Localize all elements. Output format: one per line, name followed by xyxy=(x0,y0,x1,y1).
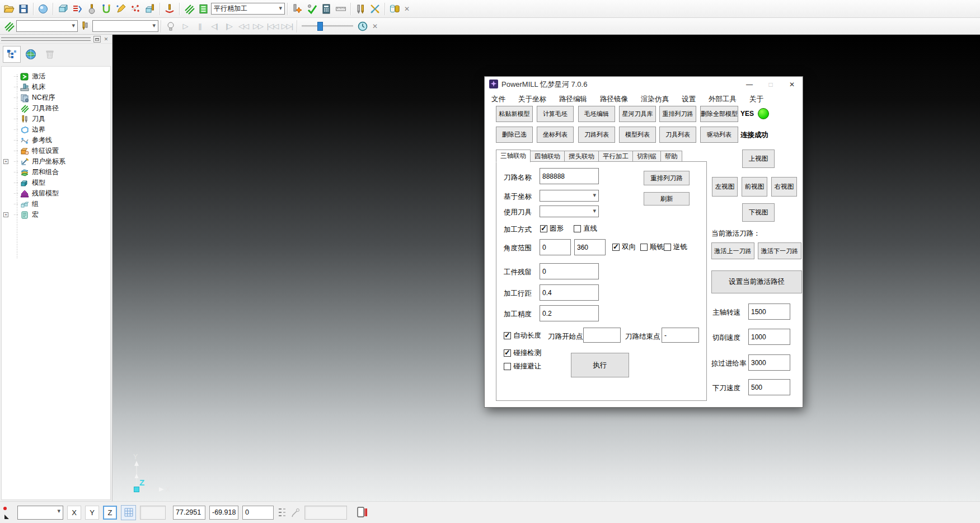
close-button[interactable]: ✕ xyxy=(781,77,803,92)
dialog-titlebar[interactable]: PowerMILL 忆梦星河 7.0.6 — □ ✕ xyxy=(485,77,803,92)
menu-coords[interactable]: 关于坐标 xyxy=(518,95,546,104)
slider-thumb[interactable] xyxy=(317,22,323,31)
step-back-button[interactable]: ◁| xyxy=(207,20,222,33)
lamp-icon[interactable] xyxy=(163,19,178,34)
play-button[interactable]: ▷ xyxy=(178,20,193,33)
tree-item-workplanes[interactable]: +用户坐标系 xyxy=(2,156,110,167)
dir-climb-checkbox[interactable]: 顺铣 xyxy=(640,242,664,252)
toolbar-close-icon[interactable]: ✕ xyxy=(402,3,412,15)
tab-3axis[interactable]: 三轴联动 xyxy=(496,150,531,162)
menu-path-edit[interactable]: 路径编辑 xyxy=(559,95,587,104)
ruler-icon[interactable] xyxy=(334,2,348,16)
rewind-button[interactable]: ◁◁ xyxy=(236,20,251,33)
path-list-button[interactable]: 刀路列表 xyxy=(578,127,615,143)
toolpath-name-input[interactable] xyxy=(540,168,599,184)
tree-item-levels[interactable]: 层和组合 xyxy=(2,167,110,178)
sim-tool-icon[interactable] xyxy=(78,19,92,34)
model-list-button[interactable]: 模型列表 xyxy=(619,127,656,143)
view-left-button[interactable]: 左视图 xyxy=(712,177,738,197)
pattern-icon[interactable] xyxy=(114,2,128,16)
clock-icon[interactable] xyxy=(355,19,370,34)
dir-both-checkbox[interactable]: 双向 xyxy=(612,242,636,252)
delete-all-models-button[interactable]: 删除全部模型 xyxy=(700,106,738,122)
fast-forward-button[interactable]: ▷▷ xyxy=(251,20,265,33)
rearrange-button[interactable]: 重排列刀路 xyxy=(644,171,690,185)
pause-button[interactable]: || xyxy=(193,20,207,33)
tool-pair-icon[interactable] xyxy=(353,2,368,16)
sim-toolbar-close-icon[interactable]: ✕ xyxy=(370,21,380,32)
menu-file[interactable]: 文件 xyxy=(491,95,505,104)
shaded-view-icon[interactable] xyxy=(36,2,50,16)
menu-external-tools[interactable]: 外部工具 xyxy=(709,95,737,104)
strategy-list-icon[interactable] xyxy=(196,2,211,16)
rearrange-paths-button[interactable]: 重排列刀路 xyxy=(659,106,696,122)
panel-grip[interactable] xyxy=(1,37,91,41)
tree-item-feature-sets[interactable]: 特征设置 xyxy=(2,146,110,156)
tree-item-tools[interactable]: 刀具 xyxy=(2,114,110,124)
view-right-button[interactable]: 右视图 xyxy=(771,177,797,197)
save-project-icon[interactable] xyxy=(16,2,31,16)
explorer-tree-tab[interactable] xyxy=(3,46,21,63)
stock-edit-button[interactable]: 毛坯编辑 xyxy=(578,106,615,122)
tree-item-stock-models[interactable]: 残留模型 xyxy=(2,188,110,199)
explorer-web-tab[interactable] xyxy=(22,46,40,63)
toolpath-select-icon[interactable] xyxy=(2,19,16,34)
coord-list-button[interactable]: 坐标列表 xyxy=(537,127,574,143)
transform-icon[interactable] xyxy=(368,2,382,16)
open-project-icon[interactable] xyxy=(2,2,16,16)
menu-about[interactable]: 关于 xyxy=(749,95,763,104)
probe-icon[interactable] xyxy=(290,507,301,517)
sim-speed-slider[interactable] xyxy=(302,21,353,32)
tab-saw[interactable]: 切割锯 xyxy=(633,151,661,162)
activate-next-button[interactable]: 激活下一刀路 xyxy=(758,242,801,259)
execute-button[interactable]: 执行 xyxy=(571,353,629,377)
toolpaths-icon[interactable] xyxy=(182,2,196,16)
tree-item-models[interactable]: 模型 xyxy=(2,178,110,188)
boundary-icon[interactable] xyxy=(99,2,114,16)
mode-circle-checkbox[interactable]: 圆形 xyxy=(540,224,564,234)
maximize-button[interactable]: □ xyxy=(760,77,781,92)
axis-x-button[interactable]: X xyxy=(67,506,81,520)
menu-settings[interactable]: 设置 xyxy=(682,95,696,104)
grid-toggle-icon[interactable] xyxy=(121,505,136,520)
go-end-button[interactable]: ▷▷| xyxy=(280,20,294,33)
ball-tool-icon[interactable] xyxy=(85,2,99,16)
view-front-button[interactable]: 前视图 xyxy=(742,177,767,197)
coordinate-list-icon[interactable] xyxy=(278,507,287,518)
workplane-dropdown[interactable] xyxy=(17,506,63,520)
tree-item-activate[interactable]: 激活 xyxy=(2,71,110,82)
delete-selected-button[interactable]: 删除已选 xyxy=(496,127,533,143)
angle-end-input[interactable] xyxy=(574,239,606,255)
panel-float-icon[interactable] xyxy=(93,36,101,43)
grid-size-field[interactable] xyxy=(140,506,166,520)
menu-path-mirror[interactable]: 路径镜像 xyxy=(600,95,628,104)
points-icon[interactable] xyxy=(128,2,143,16)
step-forward-button[interactable]: |▷ xyxy=(222,20,236,33)
tree-item-macros[interactable]: +宏 xyxy=(2,209,110,220)
activate-prev-button[interactable]: 激活上一刀路 xyxy=(711,242,754,259)
view-bottom-button[interactable]: 下视图 xyxy=(742,203,775,222)
dir-conventional-checkbox[interactable]: 逆铣 xyxy=(664,242,687,252)
tab-head-tilt[interactable]: 摆头联动 xyxy=(565,151,599,162)
tree-item-nc-programs[interactable]: NC程序 xyxy=(2,92,110,103)
cylinders-icon[interactable] xyxy=(387,2,402,16)
sim-tool-dropdown[interactable] xyxy=(92,20,158,32)
tree-item-boundaries[interactable]: 边界 xyxy=(2,124,110,135)
base-coord-dropdown[interactable] xyxy=(540,190,599,202)
tree-item-machine[interactable]: 机床 xyxy=(2,82,110,92)
collision-avoid-checkbox[interactable]: 碰撞避让 xyxy=(504,362,541,371)
message-field[interactable] xyxy=(304,506,347,520)
record-corner-button[interactable] xyxy=(2,505,13,520)
calculator-icon[interactable] xyxy=(319,2,334,16)
tab-4axis[interactable]: 四轴联动 xyxy=(531,151,565,162)
cutting-feed-input[interactable] xyxy=(748,329,790,345)
verify-icon[interactable] xyxy=(304,2,319,16)
tool-list-button[interactable]: 刀具列表 xyxy=(659,127,696,143)
plunge-feed-input[interactable] xyxy=(748,379,790,395)
tree-item-patterns[interactable]: 参考线 xyxy=(2,135,110,146)
tolerance-input[interactable] xyxy=(540,305,599,321)
expand-icon[interactable]: + xyxy=(3,159,8,164)
panel-close-icon[interactable]: ✕ xyxy=(102,36,110,43)
spindle-speed-input[interactable] xyxy=(748,303,790,320)
menu-render-sim[interactable]: 渲染仿真 xyxy=(641,95,669,104)
